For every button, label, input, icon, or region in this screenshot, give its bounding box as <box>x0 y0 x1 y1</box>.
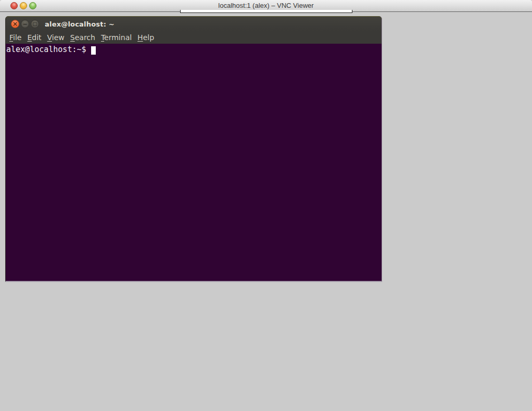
menu-search-label: earch <box>75 33 95 42</box>
mac-zoom-button[interactable] <box>29 2 36 9</box>
mac-minimize-button[interactable] <box>20 2 27 9</box>
terminal-minimize-icon[interactable]: − <box>21 20 29 28</box>
menu-view[interactable]: View <box>45 33 67 42</box>
terminal-screen[interactable]: alex@localhost:~$ <box>6 44 382 281</box>
mac-traffic-lights <box>10 2 36 9</box>
vnc-toolbar-tab[interactable] <box>180 10 352 13</box>
menu-terminal-label: erminal <box>104 33 132 42</box>
terminal-maximize-icon[interactable]: □ <box>31 20 39 28</box>
terminal-close-icon[interactable]: × <box>11 20 19 28</box>
terminal-title: alex@localhost: ~ <box>45 17 115 32</box>
menu-view-label: iew <box>52 33 65 42</box>
menu-file-label: ile <box>13 33 21 42</box>
terminal-window-controls: × − □ <box>11 20 39 28</box>
menu-edit[interactable]: Edit <box>24 33 44 42</box>
menu-search[interactable]: Search <box>68 33 98 42</box>
menu-terminal[interactable]: Terminal <box>98 33 134 42</box>
menu-help-label: elp <box>143 33 154 42</box>
menu-file[interactable]: File <box>7 33 24 42</box>
terminal-window: × − □ alex@localhost: ~ File Edit View S… <box>5 16 382 282</box>
shell-prompt: alex@localhost:~$ <box>6 45 86 54</box>
menu-edit-label: dit <box>32 33 41 42</box>
terminal-cursor <box>91 46 96 55</box>
menu-help[interactable]: Help <box>135 33 157 42</box>
terminal-menubar: File Edit View Search Terminal Help <box>6 31 382 44</box>
terminal-titlebar[interactable]: × − □ alex@localhost: ~ <box>6 16 382 31</box>
mac-close-button[interactable] <box>10 2 18 9</box>
